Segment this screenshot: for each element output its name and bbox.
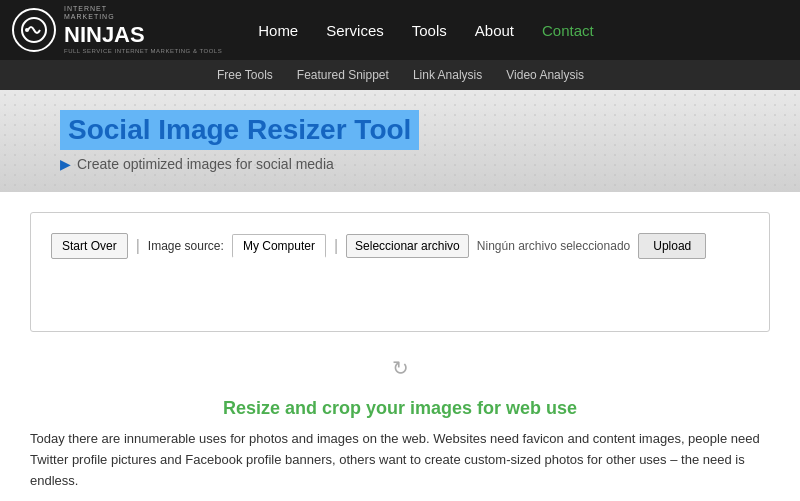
main-content: Start Over | Image source: My Computer |… bbox=[0, 192, 800, 501]
logo-internet: INTERNET bbox=[64, 5, 222, 13]
separator: | bbox=[136, 237, 140, 255]
my-computer-tab[interactable]: My Computer bbox=[232, 234, 326, 258]
nav-contact[interactable]: Contact bbox=[528, 0, 608, 60]
logo-circle bbox=[12, 8, 56, 52]
logo-text: INTERNET MARKETING NINJAS FULL SERVICE I… bbox=[64, 5, 222, 55]
logo[interactable]: INTERNET MARKETING NINJAS FULL SERVICE I… bbox=[0, 0, 234, 60]
hero-subtitle-text: Create optimized images for social media bbox=[77, 156, 334, 172]
hero-section: Social Image Resizer Tool ▶ Create optim… bbox=[0, 90, 800, 192]
nav-home[interactable]: Home bbox=[244, 0, 312, 60]
resize-title: Resize and crop your images for web use bbox=[30, 398, 770, 419]
start-over-button[interactable]: Start Over bbox=[51, 233, 128, 259]
logo-marketing: MARKETING bbox=[64, 13, 222, 21]
subnav-free-tools[interactable]: Free Tools bbox=[205, 60, 285, 90]
resize-para1: Today there are innumerable uses for pho… bbox=[30, 429, 770, 491]
separator2: | bbox=[334, 237, 338, 255]
page-title: Social Image Resizer Tool bbox=[60, 110, 419, 150]
main-menu: Home Services Tools About Contact bbox=[234, 0, 607, 60]
spinner-area: ↻ bbox=[30, 348, 770, 388]
upload-button[interactable]: Upload bbox=[638, 233, 706, 259]
top-navigation: INTERNET MARKETING NINJAS FULL SERVICE I… bbox=[0, 0, 800, 60]
logo-ninjas: NINJAS bbox=[64, 22, 222, 48]
subnav-link-analysis[interactable]: Link Analysis bbox=[401, 60, 494, 90]
subnav-featured-snippet[interactable]: Featured Snippet bbox=[285, 60, 401, 90]
image-source-label: Image source: bbox=[148, 239, 224, 253]
hero-subtitle: ▶ Create optimized images for social med… bbox=[60, 156, 800, 172]
translate-icon: ▶ bbox=[60, 156, 71, 172]
resize-section: Resize and crop your images for web use … bbox=[30, 388, 770, 501]
hero-content: Social Image Resizer Tool ▶ Create optim… bbox=[60, 110, 800, 172]
svg-point-1 bbox=[25, 28, 29, 32]
subnav-video-analysis[interactable]: Video Analysis bbox=[494, 60, 596, 90]
spinner-icon: ↻ bbox=[392, 357, 409, 379]
no-file-label: Ningún archivo seleccionado bbox=[477, 239, 630, 253]
tool-controls: Start Over | Image source: My Computer |… bbox=[51, 233, 749, 259]
nav-services[interactable]: Services bbox=[312, 0, 398, 60]
nav-about[interactable]: About bbox=[461, 0, 528, 60]
logo-tagline: FULL SERVICE INTERNET MARKETING & TOOLS bbox=[64, 48, 222, 55]
nav-tools[interactable]: Tools bbox=[398, 0, 461, 60]
sub-navigation: Free Tools Featured Snippet Link Analysi… bbox=[0, 60, 800, 90]
select-file-button[interactable]: Seleccionar archivo bbox=[346, 234, 469, 258]
tool-box: Start Over | Image source: My Computer |… bbox=[30, 212, 770, 332]
